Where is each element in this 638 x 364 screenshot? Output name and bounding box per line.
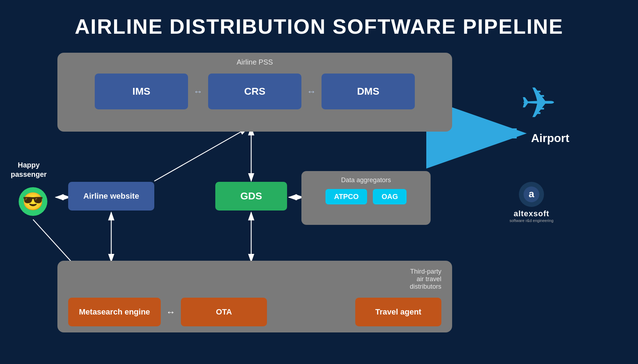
altexsoft-icon: a — [519, 182, 544, 207]
metasearch-ota-arrow: ↔ — [161, 307, 181, 318]
thirdparty-label: Third-partyair traveldistributors — [68, 268, 441, 290]
ota-box: OTA — [181, 298, 267, 326]
airplane-icon: ✈ — [520, 81, 557, 124]
altexsoft-logo: a altexsoft software r&d engineering — [510, 182, 553, 223]
passenger-face: 😎 — [19, 187, 47, 216]
main-container: AIRLINE DISTRIBUTION SOFTWARE PIPELINE — [0, 0, 638, 358]
metasearch-box: Metasearch engine — [68, 298, 161, 326]
diagram-area: Airline PSS IMS ↔ CRS ↔ DMS ✈ Airport Ha… — [0, 49, 638, 358]
passenger-label: Happypassenger — [11, 160, 47, 179]
data-aggregators-label: Data aggregators — [309, 176, 423, 184]
svg-line-5 — [154, 128, 248, 181]
travel-agent-box: Travel agent — [355, 298, 441, 326]
thirdparty-container: Third-partyair traveldistributors Metase… — [57, 261, 452, 332]
ims-box: IMS — [95, 74, 188, 109]
data-aggregators-container: Data aggregators ATPCO OAG — [301, 171, 431, 225]
crs-dms-arrow: ↔ — [301, 86, 322, 97]
altexsoft-name: altexsoft — [513, 209, 549, 218]
dms-box: DMS — [322, 74, 415, 109]
pss-container: Airline PSS IMS ↔ CRS ↔ DMS — [57, 53, 452, 132]
airline-website-box: Airline website — [68, 182, 154, 211]
ims-crs-arrow: ↔ — [188, 86, 208, 97]
pss-boxes: IMS ↔ CRS ↔ DMS — [68, 74, 441, 109]
crs-box: CRS — [208, 74, 301, 109]
pss-label: Airline PSS — [68, 58, 441, 66]
svg-text:a: a — [529, 188, 534, 199]
thirdparty-boxes: Metasearch engine ↔ OTA Travel agent — [68, 298, 441, 326]
gds-box: GDS — [215, 182, 287, 211]
page-title: AIRLINE DISTRIBUTION SOFTWARE PIPELINE — [0, 0, 638, 49]
airport-label: Airport — [531, 132, 569, 145]
atpco-box: ATPCO — [325, 189, 367, 204]
oag-box: OAG — [373, 189, 407, 204]
altexsoft-subtitle: software r&d engineering — [510, 218, 553, 223]
data-aggregators-boxes: ATPCO OAG — [309, 189, 423, 204]
